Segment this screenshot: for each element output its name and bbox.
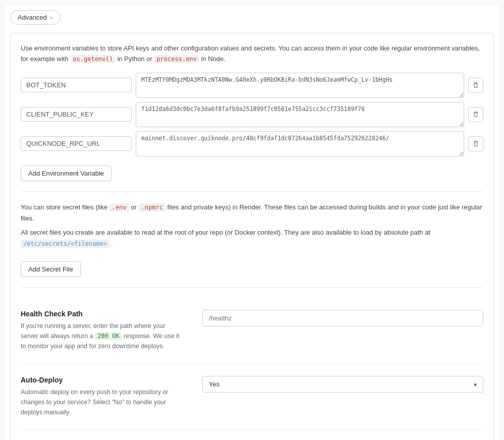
health-check-description: If you're running a server, enter the pa… (21, 321, 182, 351)
tab-label: Advanced (18, 14, 47, 21)
delete-env-2-button[interactable] (468, 107, 483, 122)
health-check-label-col: Health Check Path If you're running a se… (21, 310, 182, 351)
tab-bar: Advanced × (10, 10, 494, 25)
health-check-control (202, 310, 483, 351)
add-env-var-button[interactable]: Add Environment Variable (21, 166, 111, 181)
env-key-input-2[interactable] (21, 107, 132, 122)
divider-1 (21, 191, 483, 192)
processenv-link[interactable]: process.env (154, 55, 199, 63)
env-key-input-3[interactable] (21, 136, 132, 151)
main-card: Use environment variables to store API k… (10, 33, 494, 440)
tab-advanced[interactable]: Advanced × (10, 10, 61, 25)
env-value-textarea-3[interactable]: mainnet.discover.quiknode.pro/40cf9fdaf1… (136, 131, 464, 156)
auto-deploy-control: Yes No (202, 376, 483, 417)
env-key-input-1[interactable] (21, 78, 132, 92)
env-value-textarea-2[interactable]: f1d12da6d3dc0bc7e3da6f8fafb9a251899f7c05… (136, 102, 464, 127)
delete-env-3-button[interactable] (468, 136, 483, 151)
env-var-row-1: MTEzMTY0MDgzMDA3MTkzNTA0Nw.G40eXh.y0RbOK… (21, 73, 483, 98)
build-filters-section: Build Filters Filter for files and paths… (21, 430, 483, 440)
health-check-input[interactable] (202, 310, 483, 326)
secret-files-section: You can store secret files (like .env or… (21, 202, 483, 277)
env-var-row-2: f1d12da6d3dc0bc7e3da6f8fafb9a251899f7c05… (21, 102, 483, 127)
delete-env-1-button[interactable] (468, 78, 483, 93)
secret-files-text1: You can store secret files (like .env or… (21, 202, 483, 224)
env-var-row-3: mainnet.discover.quiknode.pro/40cf9fdaf1… (21, 131, 483, 156)
health-check-section: Health Check Path If you're running a se… (21, 298, 483, 364)
auto-deploy-description: Automatic deploy on every push to your r… (21, 387, 182, 417)
env-vars-section: Use environment variables to store API k… (21, 43, 483, 181)
divider-2 (21, 287, 483, 288)
add-secret-file-button[interactable]: Add Secret File (21, 261, 81, 277)
env-intro-text: Use environment variables to store API k… (21, 43, 483, 65)
tab-close-icon[interactable]: × (50, 15, 53, 21)
auto-deploy-select[interactable]: Yes No (202, 376, 483, 393)
auto-deploy-section: Auto-Deploy Automatic deploy on every pu… (21, 364, 483, 430)
health-check-title: Health Check Path (21, 310, 182, 318)
auto-deploy-label-col: Auto-Deploy Automatic deploy on every pu… (21, 376, 182, 417)
osgetenv-link[interactable]: os.getenv() (70, 55, 115, 63)
secret-files-text2: All secret files you create are availabl… (21, 227, 483, 249)
auto-deploy-select-wrapper: Yes No (202, 376, 483, 393)
env-value-textarea-1[interactable]: MTEzMTY0MDgzMDA3MTkzNTA0Nw.G40eXh.y0RbOK… (136, 73, 464, 98)
auto-deploy-title: Auto-Deploy (21, 376, 182, 384)
